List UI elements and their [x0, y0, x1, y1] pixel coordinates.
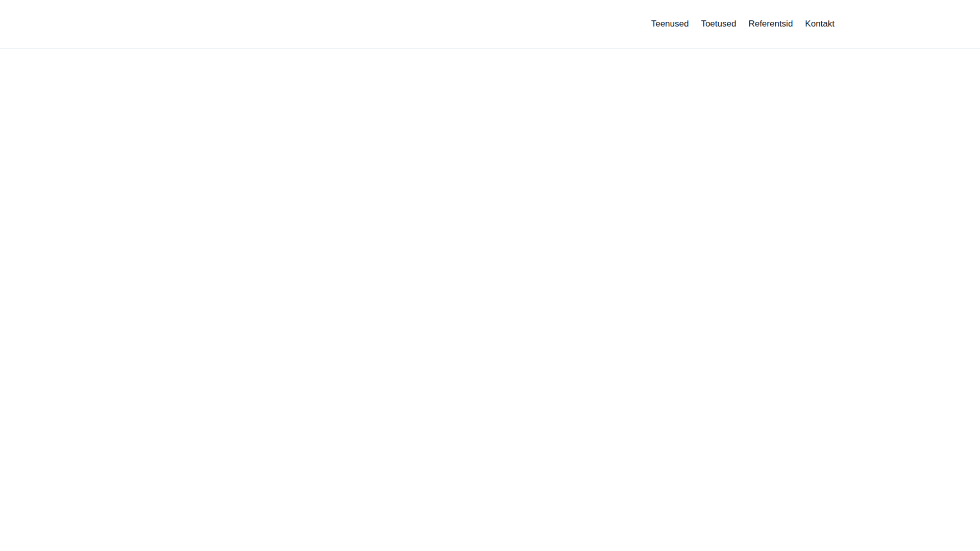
nav-link-toetused[interactable]: Toetused — [701, 19, 736, 29]
site-header: Teenused Toetused Referentsid Kontakt — [0, 0, 980, 49]
main-nav: Teenused Toetused Referentsid Kontakt — [651, 19, 835, 29]
nav-link-teenused[interactable]: Teenused — [651, 19, 689, 29]
logo-placeholder — [145, 14, 227, 35]
nav-link-kontakt[interactable]: Kontakt — [805, 19, 835, 29]
main-content — [0, 49, 980, 550]
nav-link-referentsid[interactable]: Referentsid — [748, 19, 793, 29]
